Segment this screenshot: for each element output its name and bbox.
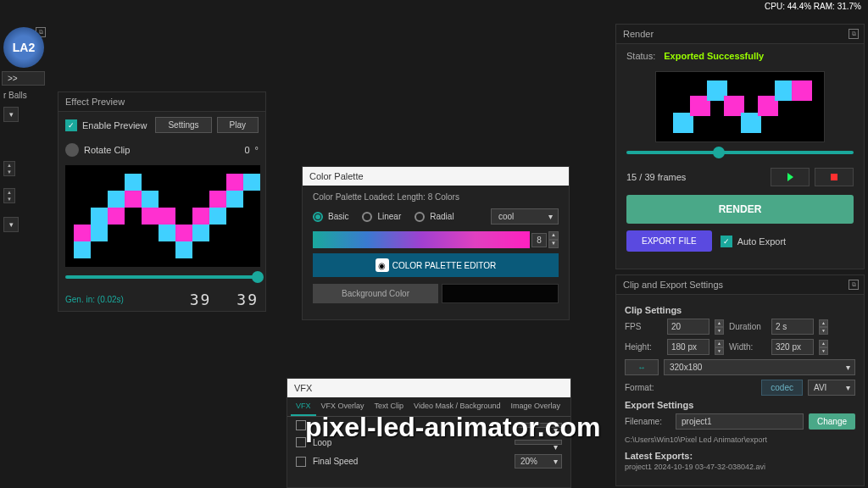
play-button[interactable]: Play xyxy=(217,117,259,133)
radial-label: Radial xyxy=(430,212,453,221)
panel-title: Clip and Export Settings⧉ xyxy=(616,275,864,295)
sidebar-nav-label: r Balls xyxy=(0,87,47,103)
radial-radio[interactable] xyxy=(415,212,425,222)
render-preview-canvas xyxy=(655,71,825,142)
bg-color-swatch[interactable] xyxy=(442,284,559,303)
basic-label: Basic xyxy=(328,212,348,221)
palette-editor-label: COLOR PALETTE EDITOR xyxy=(392,261,496,270)
render-slider[interactable] xyxy=(626,151,854,154)
codec-button[interactable]: codec xyxy=(761,380,803,396)
filename-input[interactable] xyxy=(676,413,804,430)
chevron-down-icon[interactable]: ▾ xyxy=(3,107,19,122)
palette-icon: ◉ xyxy=(376,258,389,272)
palette-editor-button[interactable]: ◉COLOR PALETTE EDITOR xyxy=(313,253,559,277)
vfx-row-label: Loop xyxy=(313,438,331,447)
duration-label: Duration xyxy=(729,322,766,331)
change-button[interactable]: Change xyxy=(809,413,855,430)
preview-slider[interactable] xyxy=(65,275,259,279)
render-panel: Render⧉ Status: Exported Successfully 15… xyxy=(615,24,865,269)
panel-title: Effect Preview xyxy=(58,92,265,112)
height-input[interactable] xyxy=(667,339,709,355)
fps-label: FPS xyxy=(625,322,662,331)
auto-export-checkbox[interactable]: ✓ xyxy=(721,236,732,247)
vfx-row-label: Final Speed xyxy=(313,457,358,466)
vfx-checkbox[interactable] xyxy=(296,437,306,447)
render-stop-button[interactable] xyxy=(815,168,854,186)
linear-radio[interactable] xyxy=(362,212,372,222)
vfx-tab-overlay[interactable]: VFX Overlay xyxy=(316,397,370,416)
app-logo: LA2 xyxy=(3,27,44,68)
height-spinner[interactable]: ▲▼ xyxy=(715,340,724,355)
spinner-1[interactable]: ▲▼ xyxy=(3,161,15,176)
logo-text: LA2 xyxy=(13,41,35,54)
vfx-tab-imageoverlay[interactable]: Image Overlay xyxy=(505,397,565,416)
enable-preview-checkbox[interactable]: ✓ xyxy=(65,119,77,131)
size-preset-select[interactable]: 320x180 xyxy=(664,359,855,375)
duration-input[interactable] xyxy=(771,319,814,335)
color-count-spinner[interactable]: ▲▼ xyxy=(548,231,559,248)
rotate-value: 0 xyxy=(244,145,249,155)
preset-select[interactable]: cool xyxy=(491,208,559,225)
gradient-bar[interactable] xyxy=(313,231,530,248)
clip-settings-heading: Clip Settings xyxy=(625,305,855,315)
palette-info: Color Palette Loaded: Length: 8 Colors xyxy=(313,192,559,202)
expand-button[interactable]: >> xyxy=(2,71,45,86)
swap-dimensions-button[interactable]: ↔ xyxy=(625,359,659,375)
height-label: Height: xyxy=(625,342,662,352)
export-settings-heading: Export Settings xyxy=(625,400,855,410)
vfx-tabs: VFX VFX Overlay Text Clip Video Mask / B… xyxy=(287,397,570,417)
color-count-input[interactable]: 8 xyxy=(531,233,547,247)
bg-color-button[interactable]: Background Color xyxy=(313,284,438,303)
duration-spinner[interactable]: ▲▼ xyxy=(819,319,828,335)
popout-icon[interactable]: ⧉ xyxy=(849,280,859,290)
width-input[interactable] xyxy=(771,339,814,355)
effect-preview-canvas xyxy=(65,165,260,267)
color-palette-panel: Color Palette Color Palette Loaded: Leng… xyxy=(302,166,570,320)
popout-icon[interactable]: ⧉ xyxy=(849,29,859,39)
status-value: Exported Successfully xyxy=(664,51,764,61)
auto-export-label: Auto Export xyxy=(737,236,786,247)
frame-counter-1: 39 xyxy=(190,291,212,308)
vfx-tab-videomask[interactable]: Video Mask / Background xyxy=(409,397,505,416)
stop-icon xyxy=(831,174,837,180)
render-play-button[interactable] xyxy=(771,168,810,186)
fps-spinner[interactable]: ▲▼ xyxy=(715,319,724,335)
export-file-button[interactable]: EXPORT FILE xyxy=(626,230,712,252)
export-path: C:\Users\Win10\Pixel Led Animator\export xyxy=(625,434,855,446)
clip-export-panel: Clip and Export Settings⧉ Clip Settings … xyxy=(615,274,865,486)
rotate-handle-icon[interactable] xyxy=(65,143,79,157)
status-label: Status: xyxy=(626,51,655,61)
effect-preview-panel: Effect Preview ✓ Enable Preview Settings… xyxy=(58,92,266,312)
vfx-checkbox[interactable] xyxy=(296,420,306,430)
linear-label: Linear xyxy=(377,212,401,221)
width-label: Width: xyxy=(729,342,766,352)
gen-time: Gen. in: (0.02s) xyxy=(65,295,124,304)
panel-title: Color Palette xyxy=(303,167,569,186)
format-select[interactable]: AVI xyxy=(808,380,855,396)
vfx-row-select[interactable] xyxy=(515,440,562,445)
slider-thumb[interactable] xyxy=(713,147,725,158)
render-button[interactable]: RENDER xyxy=(626,195,854,224)
vfx-row-select[interactable]: 20% xyxy=(515,454,562,469)
spinner-2[interactable]: ▲▼ xyxy=(3,188,15,203)
vfx-tab-textclip[interactable]: Text Clip xyxy=(370,397,409,416)
settings-button[interactable]: Settings xyxy=(155,117,211,133)
enable-preview-label: Enable Preview xyxy=(82,120,147,130)
play-icon xyxy=(787,173,793,181)
filename-label: Filename: xyxy=(625,417,670,426)
vfx-checkbox[interactable] xyxy=(296,457,306,467)
export-item[interactable]: project1 2024-10-19 03-47-32-038042.avi xyxy=(625,461,855,473)
basic-radio[interactable] xyxy=(313,212,323,222)
fps-input[interactable] xyxy=(667,319,709,335)
rotate-unit: ° xyxy=(255,145,259,155)
slider-thumb[interactable] xyxy=(252,271,264,283)
vfx-tab-vfx[interactable]: VFX xyxy=(291,397,316,416)
frames-text: 15 / 39 frames xyxy=(626,172,686,182)
rotate-label: Rotate Clip xyxy=(84,145,130,155)
system-stats: CPU: 44.4% RAM: 31.7% xyxy=(758,0,868,13)
chevron-down-icon[interactable]: ▾ xyxy=(3,217,19,232)
vfx-panel: VFX VFX VFX Overlay Text Clip Video Mask… xyxy=(287,378,571,488)
vfx-row-select[interactable] xyxy=(515,423,562,428)
width-spinner[interactable]: ▲▼ xyxy=(819,340,828,355)
format-label: Format: xyxy=(625,383,667,392)
